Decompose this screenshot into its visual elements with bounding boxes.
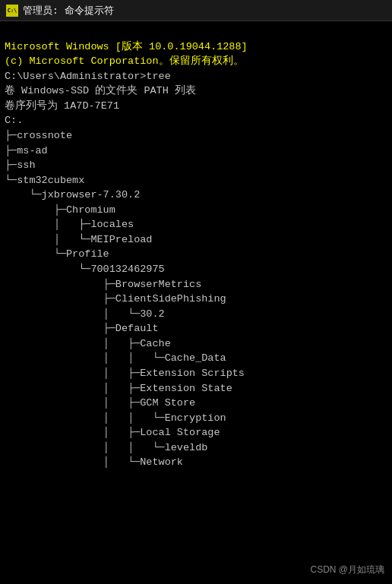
- terminal-body[interactable]: Microsoft Windows [版本 10.0.19044.1288](c…: [0, 21, 392, 584]
- terminal-line: │ │ └─leveldb: [5, 440, 387, 456]
- terminal-line: │ ├─locales: [5, 217, 387, 232]
- terminal-line: ├─ms-ad: [5, 144, 387, 159]
- terminal-line: │ └─MEIPreload: [5, 232, 387, 248]
- watermark: CSDN @月如琉璃: [310, 563, 384, 576]
- terminal-line: │ └─Network: [5, 455, 387, 470]
- terminal-line: └─jxbrowser-7.30.2: [5, 188, 387, 203]
- terminal-line: ├─BrowserMetrics: [5, 277, 387, 292]
- terminal-line: │ ├─GCM Store: [5, 396, 387, 411]
- terminal-line: ├─ssh: [5, 158, 387, 173]
- cmd-icon: C:\: [6, 5, 18, 17]
- terminal-line: 卷序列号为 1A7D-7E71: [5, 99, 387, 114]
- terminal-line: ├─Chromium: [5, 203, 387, 218]
- terminal-line: │ ├─Extension State: [5, 381, 387, 396]
- terminal-line: │ │ └─Cache_Data: [5, 351, 387, 366]
- terminal-line: │ ├─Extension Scripts: [5, 366, 387, 381]
- terminal-line: │ └─30.2: [5, 307, 387, 322]
- terminal-line: (c) Microsoft Corporation。保留所有权利。: [5, 54, 387, 69]
- terminal-line: C:\Users\Administrator>tree: [5, 69, 387, 84]
- terminal-line: └─stm32cubemx: [5, 173, 387, 188]
- terminal-line: ├─ClientSidePhishing: [5, 292, 387, 307]
- terminal-line: ├─Default: [5, 321, 387, 336]
- terminal-line: 卷 Windows-SSD 的文件夹 PATH 列表: [5, 84, 387, 99]
- terminal-line: │ ├─Cache: [5, 336, 387, 352]
- terminal-line: Microsoft Windows [版本 10.0.19044.1288]: [5, 39, 387, 55]
- terminal-line: │ ├─Local Storage: [5, 425, 387, 440]
- title-bar-text: 管理员: 命令提示符: [23, 4, 114, 17]
- terminal-line: ├─crossnote: [5, 128, 387, 144]
- terminal-line: │ │ └─Encryption: [5, 411, 387, 426]
- title-bar: C:\ 管理员: 命令提示符: [0, 0, 392, 21]
- terminal-line: └─Profile: [5, 247, 387, 262]
- terminal-line: └─700132462975: [5, 262, 387, 277]
- terminal-line: C:.: [5, 113, 387, 128]
